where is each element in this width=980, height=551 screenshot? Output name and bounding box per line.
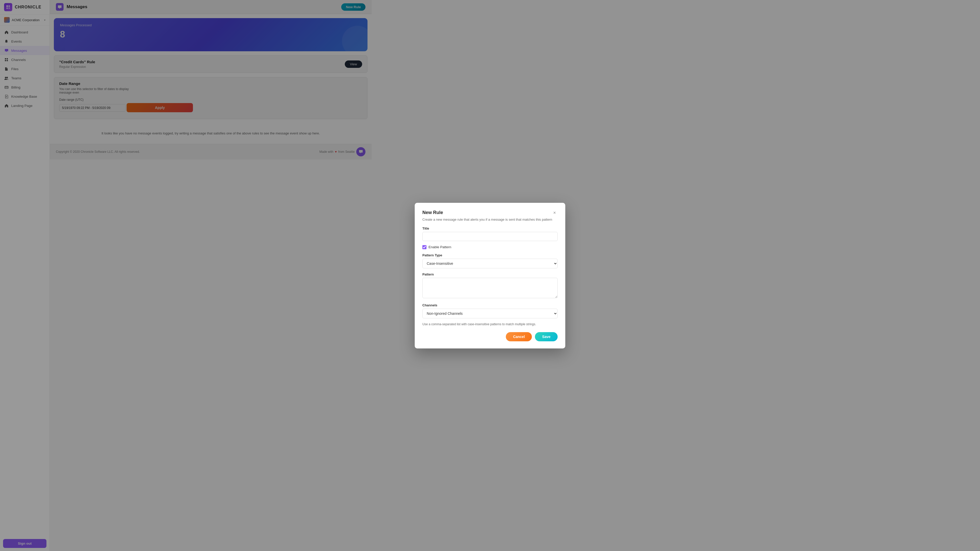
modal-overlay: New Rule × Create a new message rule tha… [0, 0, 372, 208]
